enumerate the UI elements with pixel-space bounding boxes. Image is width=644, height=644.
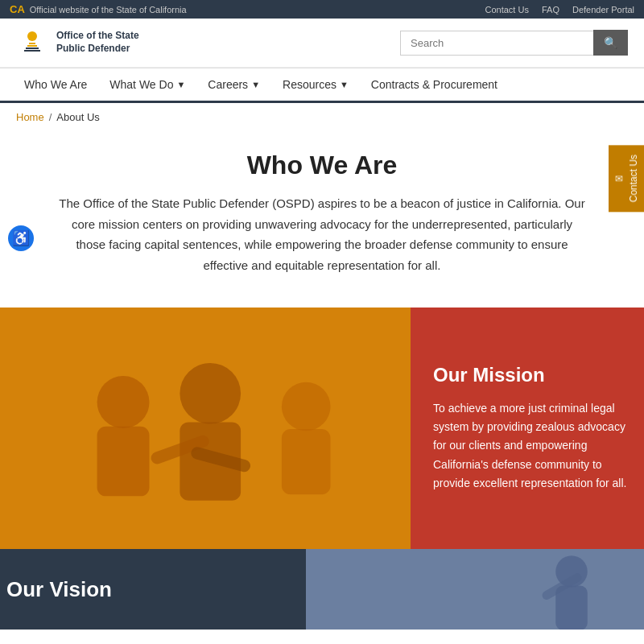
mission-text: To achieve a more just criminal legal sy… — [433, 399, 638, 492]
defender-portal-link[interactable]: Defender Portal — [572, 5, 634, 14]
svg-rect-14 — [306, 549, 644, 630]
breadcrumb-separator: / — [49, 111, 52, 123]
contact-side-button[interactable]: ✉ Contact Us — [609, 145, 644, 212]
svg-rect-4 — [24, 50, 40, 52]
vision-image — [306, 549, 644, 630]
svg-point-8 — [180, 363, 241, 424]
mission-text-box: Our Mission To achieve a more just crimi… — [411, 308, 644, 549]
search-area: 🔍 — [400, 30, 628, 56]
faq-link[interactable]: FAQ — [542, 5, 559, 14]
nav-what-we-do[interactable]: What We Do ▼ — [98, 68, 196, 101]
contact-side-label: Contact Us — [628, 155, 639, 202]
accessibility-button[interactable]: ♿ — [8, 225, 34, 251]
mission-row: Our Mission To achieve a more just crimi… — [0, 308, 644, 549]
top-bar-right: Contact Us FAQ Defender Portal — [485, 5, 634, 14]
breadcrumb-current: About Us — [56, 111, 99, 123]
svg-rect-3 — [26, 47, 39, 49]
ca-logo-icon: CA — [10, 3, 25, 15]
careers-chevron-icon: ▼ — [251, 80, 260, 89]
top-bar-left: CA Official website of the State of Cali… — [10, 3, 187, 15]
mission-heading: Our Mission — [433, 364, 638, 386]
svg-rect-11 — [282, 429, 331, 494]
vision-heading: Our Vision — [6, 577, 112, 602]
nav-contracts[interactable]: Contracts & Procurement — [360, 68, 509, 101]
logo-line1: Office of the State — [56, 30, 139, 43]
search-input[interactable] — [400, 31, 593, 56]
nav-careers[interactable]: Careers ▼ — [196, 68, 271, 101]
svg-rect-1 — [29, 43, 35, 44]
svg-point-0 — [27, 31, 37, 41]
breadcrumb: Home / About Us — [0, 103, 644, 131]
logo-line2: Public Defender — [56, 43, 139, 56]
main-content: Who We Are The Office of the State Publi… — [0, 131, 644, 275]
vision-row: Our Vision — [0, 549, 644, 630]
nav-resources[interactable]: Resources ▼ — [271, 68, 360, 101]
resources-chevron-icon: ▼ — [340, 80, 349, 89]
search-button[interactable]: 🔍 — [593, 30, 628, 56]
mission-image — [0, 308, 411, 549]
main-nav: Who We Are What We Do ▼ Careers ▼ Resour… — [0, 68, 644, 103]
page-title: Who We Are — [16, 131, 628, 193]
logo-icon — [16, 27, 48, 59]
intro-paragraph: The Office of the State Public Defender … — [56, 193, 588, 275]
header: Office of the State Public Defender 🔍 — [0, 19, 644, 68]
top-bar: CA Official website of the State of Cali… — [0, 0, 644, 19]
breadcrumb-home[interactable]: Home — [16, 111, 44, 123]
svg-point-6 — [97, 376, 150, 428]
cards-section: Our Mission To achieve a more just crimi… — [0, 308, 644, 630]
svg-rect-7 — [97, 427, 150, 497]
contact-side-icon: ✉ — [613, 173, 625, 184]
svg-rect-2 — [27, 45, 37, 47]
nav-who-we-are[interactable]: Who We Are — [13, 68, 98, 101]
accessibility-icon: ♿ — [12, 229, 30, 247]
what-we-do-chevron-icon: ▼ — [176, 80, 185, 89]
logo-text: Office of the State Public Defender — [56, 30, 139, 55]
contact-us-link[interactable]: Contact Us — [485, 5, 529, 14]
official-text: Official website of the State of Califor… — [30, 5, 187, 14]
svg-point-10 — [282, 382, 331, 431]
logo-area[interactable]: Office of the State Public Defender — [16, 27, 139, 59]
vision-text-box: Our Vision — [0, 549, 306, 630]
